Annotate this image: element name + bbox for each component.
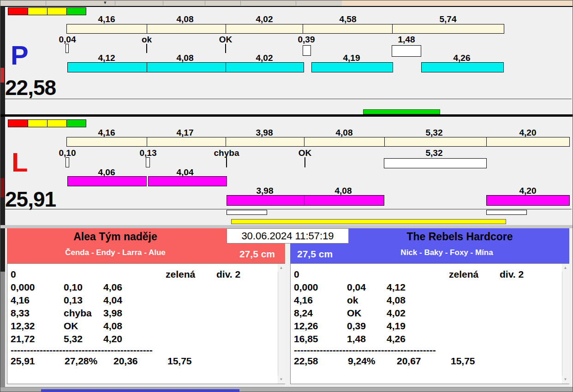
- left-log-color: zelená: [166, 269, 195, 280]
- right-panel-scrollbar[interactable]: [562, 264, 569, 384]
- l-status-cell-green: [66, 119, 86, 127]
- left-log-division: div. 2: [216, 269, 240, 280]
- left-log-cell: 8,33: [11, 308, 30, 319]
- l-split-time-label: 3,98: [244, 128, 285, 138]
- p-run-bar-segment: [311, 62, 393, 72]
- top-strip-divider: [240, 1, 241, 6]
- left-log-cell: 4,06: [103, 282, 122, 293]
- right-log-total: 15,75: [451, 356, 475, 367]
- right-log-cell: 4,19: [387, 321, 406, 332]
- l-run-bar-segment: [148, 176, 227, 186]
- l-split-time-label: 4,20: [507, 128, 549, 138]
- left-log-cell: 0,000: [11, 282, 35, 293]
- right-log-cell: OK: [347, 308, 362, 319]
- left-log-cell: 21,72: [11, 333, 35, 344]
- p-split-time-label: 4,16: [86, 14, 127, 24]
- lane-p-letter: P: [11, 42, 29, 69]
- p-run-time-label: 4,02: [244, 53, 285, 63]
- l-marker-box: [227, 210, 267, 215]
- p-run-time-label: 4,08: [164, 53, 206, 63]
- window-border-line: [0, 6, 573, 7]
- left-log-cell: 4,04: [103, 295, 122, 306]
- l-split-time-label: 4,16: [86, 128, 127, 138]
- scroll-up-icon[interactable]: ▲: [562, 264, 569, 272]
- l-split-time-label: 5,32: [413, 128, 455, 138]
- l-status-cell-yellow2: [47, 119, 67, 127]
- l-split-bar-segment: [66, 137, 147, 147]
- scroll-down-icon[interactable]: ▼: [278, 376, 285, 383]
- p-run-time-label: 4,19: [331, 53, 372, 63]
- right-log-total: 9,24%: [348, 356, 376, 367]
- l-run-bar-segment: [67, 176, 147, 186]
- top-strip-divider: [163, 1, 163, 6]
- p-exchange-tick: [225, 44, 226, 53]
- right-log-cell: 16,85: [294, 333, 318, 344]
- scroll-up-icon[interactable]: ▲: [278, 264, 285, 272]
- p-exchange-loss-box: [392, 45, 421, 57]
- right-team-members: Nick - Baky - Foxy - Mína: [337, 248, 556, 257]
- left-log-cell: 4,20: [103, 333, 122, 344]
- l-run-time-label: 3,98: [244, 186, 286, 196]
- chevron-down-icon[interactable]: ▾: [104, 0, 107, 6]
- left-log-cell: 5,32: [64, 333, 83, 344]
- right-log-start: 0: [294, 269, 299, 280]
- l-exchange-label: 0,10: [47, 148, 88, 158]
- l-split-time-label: 4,08: [323, 128, 365, 138]
- p-split-bar-segment: [392, 24, 504, 34]
- lane-p-total-time: 22,58: [5, 75, 56, 100]
- p-status-cell-red: [8, 7, 28, 15]
- left-team-name: Alea Tým naděje: [7, 231, 224, 243]
- left-log-total: 15,75: [167, 356, 192, 367]
- left-log-total: 27,28%: [65, 356, 97, 367]
- l-subpanel-divider: [5, 209, 572, 209]
- right-team-name: The Rebels Hardcore: [350, 231, 569, 243]
- right-log-color: zelená: [449, 269, 478, 280]
- left-log-cell: OK: [64, 321, 78, 332]
- l-exchange-loss-box: [66, 157, 69, 167]
- p-run-time-label: 4,12: [86, 53, 127, 63]
- right-log-cell: 0,39: [347, 321, 366, 332]
- l-exchange-label: OK: [284, 148, 326, 158]
- l-split-bar-segment: [384, 137, 487, 147]
- left-team-distance: 27,5 cm: [222, 249, 275, 260]
- datetime-value: 30.06.2024 11:57:19: [227, 229, 348, 243]
- p-split-bar-segment: [226, 24, 303, 34]
- l-exchange-loss-box: [146, 157, 150, 167]
- left-results-panel[interactable]: [7, 263, 285, 384]
- p-exchange-label: 0,39: [286, 35, 327, 45]
- p-exchange-label: ok: [126, 35, 167, 45]
- left-log-cell: 0,13: [64, 295, 83, 306]
- p-exchange-label: OK: [205, 35, 246, 45]
- p-run-bar-segment: [421, 62, 504, 72]
- right-results-panel[interactable]: [290, 263, 569, 384]
- p-split-time-label: 4,08: [164, 14, 206, 24]
- background-window-edge-gray: [0, 272, 5, 392]
- p-progress-bar-green: [363, 109, 440, 114]
- p-split-bar-segment: [303, 24, 393, 34]
- right-log-cell: ok: [347, 295, 358, 306]
- left-log-total: 20,36: [113, 356, 138, 367]
- left-log-cell: 3,98: [103, 308, 122, 319]
- scroll-down-icon[interactable]: ▼: [562, 376, 569, 383]
- p-exchange-loss-box: [66, 44, 69, 53]
- right-log-cell: 4,26: [387, 333, 406, 344]
- lane-l-letter: L: [12, 149, 28, 176]
- right-log-cell: 1,48: [347, 333, 366, 344]
- timing-app-window: ▾ 4,16 4,08 4,02 4,58 5,74 0,04 ok OK 0,…: [0, 0, 573, 392]
- l-run-bar-segment: [227, 195, 304, 206]
- p-status-cell-green: [66, 7, 86, 15]
- p-run-bar-segment: [67, 62, 147, 72]
- l-status-cell-yellow1: [28, 119, 48, 127]
- p-split-time-label: 4,02: [244, 14, 285, 24]
- p-status-cell-yellow1: [28, 7, 48, 15]
- p-split-time-label: 4,58: [327, 14, 369, 24]
- left-panel-scrollbar[interactable]: [278, 264, 285, 384]
- right-log-cell: 4,16: [294, 295, 313, 306]
- left-log-cell: chyba: [64, 308, 92, 319]
- p-exchange-tick: [146, 44, 147, 53]
- right-log-cell: 0,04: [347, 282, 366, 293]
- p-status-cell-yellow2: [47, 7, 67, 15]
- left-log-start: 0: [11, 269, 16, 280]
- background-window-edge-red: [0, 68, 4, 83]
- section-divider-strip: [0, 225, 573, 228]
